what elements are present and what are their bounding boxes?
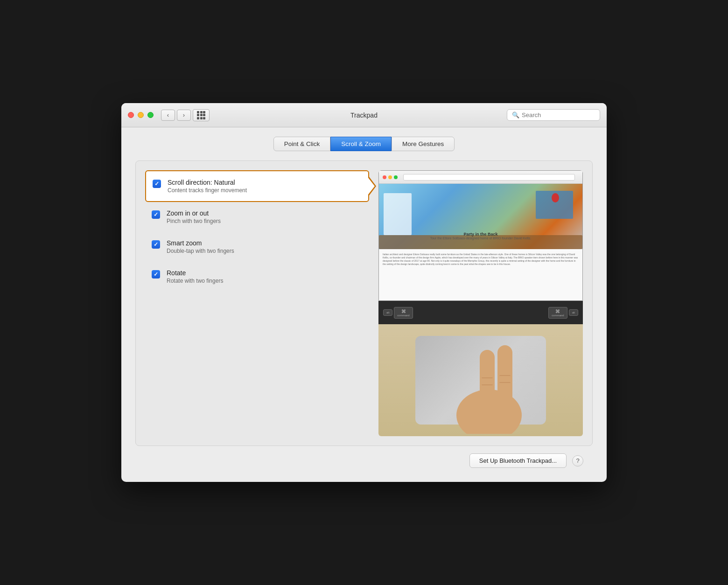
checkmark-icon: ✓ xyxy=(154,241,158,248)
maximize-button[interactable] xyxy=(147,112,154,118)
body-text: Italian architect and designer Ettore So… xyxy=(383,253,579,266)
hand-icon xyxy=(447,331,531,434)
tab-bar: Point & Click Scroll & Zoom More Gesture… xyxy=(135,137,593,151)
search-input[interactable] xyxy=(522,111,595,118)
zoom-text: Zoom in or out Pinch with two fingers xyxy=(167,209,221,224)
search-bar[interactable]: 🔍 xyxy=(507,109,600,121)
checkmark-icon: ✓ xyxy=(154,271,158,278)
tab-point-click[interactable]: Point & Click xyxy=(273,137,331,151)
scroll-direction-desc: Content tracks finger movement xyxy=(168,187,247,194)
minimize-button[interactable] xyxy=(138,112,144,118)
right-option-label: alt xyxy=(572,311,575,314)
keyboard-preview: alt ⌘ command ⌘ command alt xyxy=(378,301,583,324)
left-option-label: alt xyxy=(386,311,389,314)
help-button[interactable]: ? xyxy=(572,455,583,467)
traffic-lights xyxy=(128,112,154,118)
right-command-symbol: ⌘ xyxy=(552,309,564,314)
content-area: Point & Click Scroll & Zoom More Gesture… xyxy=(121,127,607,482)
browser-url-bar xyxy=(403,174,575,181)
setting-rotate[interactable]: ✓ Rotate Rotate with two fingers xyxy=(145,262,369,292)
back-button[interactable]: ‹ xyxy=(161,110,175,121)
left-option-key: alt xyxy=(383,309,392,316)
smart-zoom-title: Smart zoom xyxy=(167,239,234,247)
preview-area: Party in the Back Tour the Ettore Sottsa… xyxy=(378,170,583,436)
browser-content: Party in the Back Tour the Ettore Sottsa… xyxy=(379,184,582,300)
right-key-group: ⌘ command alt xyxy=(548,307,578,319)
left-key-group: alt ⌘ command xyxy=(383,307,413,319)
main-panel: ✓ Scroll direction: Natural Content trac… xyxy=(135,160,593,446)
browser-hero: Party in the Back Tour the Ettore Sottsa… xyxy=(379,184,582,249)
browser-maximize xyxy=(394,175,398,179)
bluetooth-trackpad-button[interactable]: Set Up Bluetooth Trackpad... xyxy=(469,453,567,468)
smart-zoom-desc: Double-tap with two fingers xyxy=(167,248,234,254)
setting-smart-zoom[interactable]: ✓ Smart zoom Double-tap with two fingers xyxy=(145,232,369,262)
setting-scroll-direction[interactable]: ✓ Scroll direction: Natural Content trac… xyxy=(145,170,369,202)
grid-view-button[interactable] xyxy=(193,109,210,121)
tab-scroll-zoom[interactable]: Scroll & Zoom xyxy=(330,137,392,151)
smart-zoom-text: Smart zoom Double-tap with two fingers xyxy=(167,239,234,254)
forward-button[interactable]: › xyxy=(177,110,191,121)
checkbox-rotate[interactable]: ✓ xyxy=(152,270,160,279)
rotate-text: Rotate Rotate with two fingers xyxy=(167,269,223,284)
left-command-symbol: ⌘ xyxy=(397,309,409,314)
hero-title: Party in the Back xyxy=(430,232,532,237)
zoom-title: Zoom in or out xyxy=(167,209,221,217)
right-command-label: command xyxy=(552,314,564,317)
trackpad-preview xyxy=(378,324,583,436)
rotate-title: Rotate xyxy=(167,269,223,277)
browser-preview: Party in the Back Tour the Ettore Sottsa… xyxy=(378,170,583,301)
bird-shape xyxy=(552,193,559,202)
white-panel xyxy=(384,193,412,235)
browser-chrome xyxy=(379,171,582,184)
trackpad-surface xyxy=(415,336,546,425)
browser-minimize xyxy=(388,175,392,179)
hero-overlay: Party in the Back Tour the Ettore Sottsa… xyxy=(430,232,532,240)
tab-more-gestures[interactable]: More Gestures xyxy=(392,137,455,151)
checkmark-icon: ✓ xyxy=(154,211,158,218)
main-window: ‹ › Trackpad 🔍 Point & Click Scroll & Zo… xyxy=(121,103,607,482)
left-command-key: ⌘ command xyxy=(394,307,413,319)
bottom-bar: Set Up Bluetooth Trackpad... ? xyxy=(135,446,593,468)
browser-body: Italian architect and designer Ettore So… xyxy=(379,249,582,272)
right-option-key: alt xyxy=(569,309,578,316)
left-command-label: command xyxy=(397,314,409,317)
checkbox-zoom[interactable]: ✓ xyxy=(152,210,160,219)
grid-icon xyxy=(197,111,205,119)
settings-list: ✓ Scroll direction: Natural Content trac… xyxy=(145,170,369,436)
titlebar: ‹ › Trackpad 🔍 xyxy=(121,103,607,127)
zoom-desc: Pinch with two fingers xyxy=(167,218,221,224)
setting-zoom[interactable]: ✓ Zoom in or out Pinch with two fingers xyxy=(145,202,369,232)
browser-close xyxy=(383,175,386,179)
scroll-direction-title: Scroll direction: Natural xyxy=(168,179,247,186)
rotate-desc: Rotate with two fingers xyxy=(167,278,223,284)
checkmark-icon: ✓ xyxy=(154,181,159,187)
checkbox-smart-zoom[interactable]: ✓ xyxy=(152,240,160,249)
hero-subtitle: Tour the Ettore Sottsass-designed home o… xyxy=(430,237,532,240)
right-command-key: ⌘ command xyxy=(548,307,567,319)
search-icon: 🔍 xyxy=(512,111,519,118)
close-button[interactable] xyxy=(128,112,134,118)
scroll-direction-text: Scroll direction: Natural Content tracks… xyxy=(168,179,247,194)
window-title: Trackpad xyxy=(350,111,378,119)
checkbox-scroll-direction[interactable]: ✓ xyxy=(153,180,161,188)
nav-buttons: ‹ › xyxy=(161,110,191,121)
